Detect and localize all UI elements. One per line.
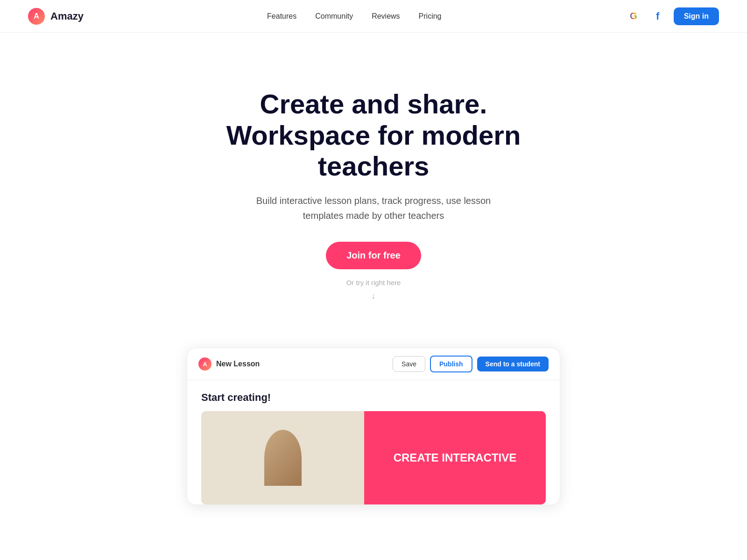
demo-card-image: CREATE INTERACTIVE [201,411,546,504]
facebook-icon[interactable]: f [649,8,666,25]
nav-link-reviews[interactable]: Reviews [372,12,400,21]
demo-logo-icon: A [198,357,211,371]
demo-card-body-title: Start creating! [201,392,546,404]
demo-card-body: Start creating! CREATE INTERACTIVE [187,380,560,504]
demo-card: A New Lesson Save Publish Send to a stud… [187,348,560,505]
hero-title-line1: Create and share. [260,89,487,119]
navbar-links: Features Community Reviews Pricing [267,12,441,21]
navbar-logo-group: A Amazy [28,8,84,25]
hero-section: Create and share. Workspace for modern t… [0,33,747,329]
hero-title-line2: Workspace for modern teachers [226,120,521,182]
hero-title: Create and share. Workspace for modern t… [187,89,560,182]
demo-card-logo-group: A New Lesson [198,357,260,371]
demo-card-header: A New Lesson Save Publish Send to a stud… [187,348,560,380]
demo-image-right: CREATE INTERACTIVE [364,411,546,504]
google-icon[interactable]: G [625,8,642,25]
navbar: A Amazy Features Community Reviews Prici… [0,0,747,33]
save-button[interactable]: Save [393,356,425,372]
hero-subtitle: Build interactive lesson plans, track pr… [243,193,504,223]
nav-link-pricing[interactable]: Pricing [419,12,442,21]
publish-button[interactable]: Publish [430,356,472,372]
demo-card-title: New Lesson [216,360,260,368]
try-here-text: Or try it right here [346,279,401,287]
demo-card-actions: Save Publish Send to a student [393,356,549,372]
send-to-student-button[interactable]: Send to a student [477,357,549,371]
logo-text: Amazy [50,10,84,22]
arrow-down-icon: ↓ [372,291,376,301]
demo-image-left [201,411,364,504]
join-for-free-button[interactable]: Join for free [326,242,421,269]
sign-in-button[interactable]: Sign in [674,7,719,25]
nav-link-features[interactable]: Features [267,12,296,21]
logo-icon: A [28,8,45,25]
demo-image-figure [264,430,302,486]
demo-section: A New Lesson Save Publish Send to a stud… [0,329,747,505]
nav-link-community[interactable]: Community [315,12,353,21]
navbar-actions: G f Sign in [625,7,719,25]
demo-image-text: CREATE INTERACTIVE [394,451,517,465]
